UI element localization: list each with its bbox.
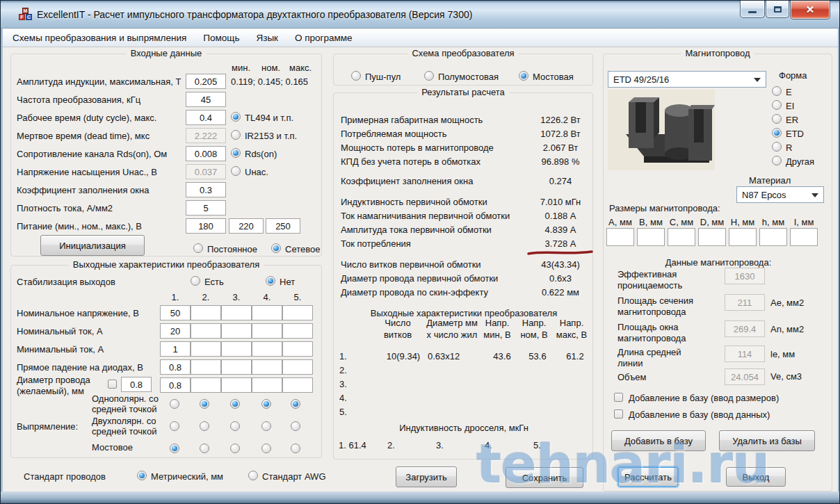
shape-er-radio[interactable] [772, 114, 782, 124]
rect-r3c1-radio[interactable] [170, 444, 179, 453]
nominal-current-1[interactable]: 20 [160, 323, 191, 339]
shape-other-radio[interactable] [772, 156, 782, 165]
nominal-voltage-4[interactable] [252, 305, 282, 320]
nominal-current-2[interactable] [191, 323, 221, 339]
supply-nom-field[interactable]: 220 [229, 218, 264, 234]
wire-diameter-1[interactable]: 0.8 [160, 377, 191, 393]
rect-r2c3-radio[interactable] [230, 421, 240, 431]
size-h2-field[interactable] [759, 228, 787, 246]
bridge-radio[interactable] [519, 71, 528, 81]
wire-diameter-5[interactable] [282, 377, 313, 393]
ac-supply-radio[interactable] [271, 243, 281, 253]
rect-r3c4-radio[interactable] [261, 444, 271, 453]
rect-r2c1-radio[interactable] [170, 421, 179, 431]
rect-r2c2-radio[interactable] [200, 421, 209, 431]
out-col-4: 4. [252, 292, 282, 302]
size-h-field[interactable] [729, 228, 757, 246]
load-button[interactable]: Загрузить [396, 466, 457, 487]
wire-diameter-4[interactable] [252, 377, 282, 393]
material-select[interactable]: N87 Epcos [736, 186, 824, 203]
add-sizes-checkbox[interactable] [614, 393, 623, 402]
metric-radio[interactable] [137, 471, 147, 480]
rect-r1c3-radio[interactable] [230, 399, 240, 409]
rect-r3c3-radio[interactable] [230, 444, 240, 453]
wire-diameter-3[interactable] [221, 377, 252, 393]
half-bridge-radio[interactable] [424, 71, 434, 81]
rect-r1c4-radio[interactable] [261, 399, 271, 409]
minimal-current-2[interactable] [191, 341, 221, 357]
frequency-field[interactable]: 45 [186, 92, 226, 107]
supply-max-field[interactable]: 250 [266, 218, 300, 234]
calculate-button[interactable]: Рассчитать [618, 467, 678, 487]
push-pull-radio[interactable] [351, 71, 361, 81]
stabilization-yes-radio[interactable] [191, 276, 200, 286]
diode-drop-3[interactable] [221, 359, 252, 375]
nominal-voltage-3[interactable] [221, 305, 252, 320]
menu-item-language[interactable]: Язык [249, 31, 285, 45]
rect-r2c5-radio[interactable] [291, 421, 300, 431]
nominal-voltage-5[interactable] [282, 305, 313, 320]
rect-r2c4-radio[interactable] [261, 421, 271, 431]
shape-e-radio[interactable] [772, 86, 782, 96]
stabilization-no-radio[interactable] [266, 276, 275, 286]
nominal-voltage-1[interactable]: 50 [160, 305, 191, 320]
minimal-current-4[interactable] [252, 341, 282, 357]
diode-drop-5[interactable] [282, 359, 313, 375]
rds-radio[interactable] [231, 148, 241, 158]
rect-r1c2-radio[interactable] [200, 399, 209, 409]
rect-r1c5-radio[interactable] [291, 399, 300, 409]
diode-drop-2[interactable] [191, 359, 221, 375]
exit-button[interactable]: Выход [726, 467, 786, 487]
unas-radio[interactable] [231, 166, 241, 176]
core-type-select[interactable]: ETD 49/25/16 [608, 71, 766, 88]
menu-item-help[interactable]: Помощь [196, 31, 246, 45]
save-button[interactable]: Сохранить [506, 467, 583, 488]
close-button[interactable]: ✕ [790, 1, 830, 19]
ir2153-radio[interactable] [231, 130, 241, 140]
awg-radio[interactable] [248, 471, 258, 480]
shape-ei-radio[interactable] [772, 100, 782, 110]
out-table-wire: 0.63x12 [428, 351, 460, 361]
shape-etd-radio[interactable] [772, 128, 782, 138]
size-a-field[interactable] [606, 228, 634, 246]
supply-min-field[interactable]: 180 [186, 218, 226, 234]
shape-r-radio[interactable] [772, 142, 782, 152]
wire-diameter-opt-field[interactable]: 0.8 [121, 377, 152, 392]
minimize-button[interactable] [740, 1, 765, 18]
add-to-db-button[interactable]: Добавить в базу [611, 430, 706, 451]
dc-supply-radio[interactable] [193, 243, 203, 253]
induction-label: Амплитуда индукции, максимальная, Т [17, 76, 181, 87]
nominal-current-4[interactable] [252, 323, 282, 339]
rect-r3c5-radio[interactable] [291, 444, 300, 453]
size-d-field[interactable] [698, 228, 726, 246]
current-density-field[interactable]: 5 [186, 200, 226, 216]
nominal-voltage-2[interactable] [191, 305, 221, 320]
induction-field[interactable]: 0.205 [186, 74, 226, 89]
size-c-field[interactable] [668, 228, 695, 246]
nominal-current-5[interactable] [282, 323, 313, 339]
choke-item: 2. [387, 440, 395, 450]
diode-drop-4[interactable] [252, 359, 282, 375]
init-button[interactable]: Инициализация [40, 235, 145, 256]
rect-r1c1-radio[interactable] [170, 399, 179, 409]
rect-r3c2-radio[interactable] [200, 444, 209, 453]
nominal-current-3[interactable] [221, 323, 252, 339]
minimal-current-1[interactable]: 1 [160, 341, 191, 357]
fill-factor-field[interactable]: 0.3 [186, 182, 226, 197]
wire-diameter-2[interactable] [191, 377, 221, 393]
diode-drop-1[interactable]: 0.8 [160, 359, 191, 375]
wire-diameter-checkbox[interactable] [108, 380, 117, 389]
add-data-checkbox[interactable] [614, 409, 623, 418]
minimal-current-3[interactable] [221, 341, 252, 357]
minimal-current-5[interactable] [282, 341, 313, 357]
delete-from-db-button[interactable]: Удалить из базы [719, 430, 815, 451]
menu-item-schemes[interactable]: Схемы преобразования и выпрямления [6, 31, 193, 45]
maximize-button[interactable] [766, 1, 789, 18]
add-sizes-checkbox-label: Добавление в базу (ввод размеров) [629, 393, 779, 403]
size-i-field[interactable] [790, 228, 818, 246]
tl494-radio[interactable] [231, 112, 241, 122]
menu-item-about[interactable]: О программе [288, 31, 360, 45]
size-b-field[interactable] [637, 228, 665, 246]
duty-cycle-field[interactable]: 0.4 [186, 110, 226, 125]
rds-field[interactable]: 0.008 [186, 146, 226, 161]
